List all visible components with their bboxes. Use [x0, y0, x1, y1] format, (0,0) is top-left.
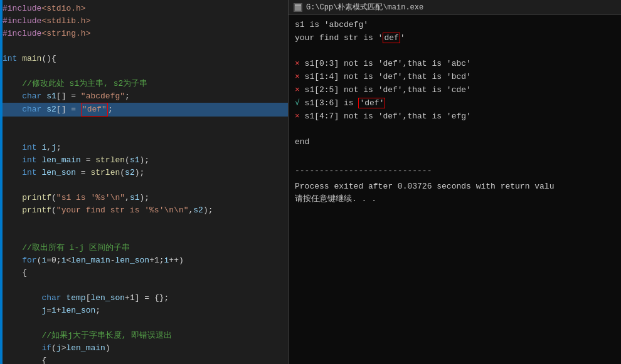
terminal-line	[295, 123, 615, 136]
terminal-body: s1 is 'abcdefg' your find str is 'def' ×…	[289, 15, 621, 364]
code-text: int	[22, 142, 41, 154]
code-text: strlen	[95, 154, 125, 167]
code-text: (){	[41, 53, 56, 65]
code-line: //取出所有 i-j 区间的子串	[0, 242, 288, 254]
window-icon	[295, 4, 301, 11]
code-text: len_son	[41, 167, 76, 179]
terminal-panel: G:\Cpp\朴素模式匹配\main.exe s1 is 'abcdefg' y…	[289, 0, 621, 364]
find-str-highlight: def	[383, 33, 400, 43]
terminal-line: Process exited after 0.03726 seconds wit…	[295, 180, 615, 194]
code-text: char	[22, 103, 46, 116]
terminal-line: your find str is 'def'	[295, 32, 615, 45]
terminal-line: end	[295, 136, 615, 149]
code-line	[0, 117, 288, 129]
code-line: {	[0, 355, 288, 365]
terminal-line: × s1[1:4] not is 'def',that is 'bcd'	[295, 71, 615, 84]
code-line: #include<stdlib.h>	[0, 15, 288, 28]
code-text: <stdlib.h>	[41, 15, 90, 28]
code-line	[0, 217, 288, 229]
code-text	[3, 154, 22, 167]
code-text	[3, 167, 22, 179]
terminal-title: G:\Cpp\朴素模式匹配\main.exe	[306, 2, 423, 13]
terminal-separator: ----------------------------	[295, 165, 615, 178]
code-line: #include<string.h>	[0, 28, 288, 40]
cross-icon: ×	[295, 85, 300, 95]
code-line	[0, 179, 288, 192]
code-line: char temp[len_son+1] = {};	[0, 292, 288, 304]
code-line: //如果j大于字串长度, 即错误退出	[0, 330, 288, 342]
terminal-line: × s1[2:5] not is 'def',that is 'cde'	[295, 84, 615, 97]
code-line: j=i+len_son;	[0, 304, 288, 317]
cross-icon: ×	[295, 72, 300, 81]
terminal-line: √ s1[3:6] is 'def'	[295, 97, 615, 110]
code-line: for(i=0;i<len_main-len_son+1;i++)	[0, 254, 288, 267]
left-accent-bar	[0, 0, 3, 364]
code-line-highlighted: char s2[] = "def";	[0, 103, 288, 117]
code-line: {	[0, 267, 288, 279]
code-text: //修改此处 s1为主串, s2为子串	[3, 78, 147, 90]
code-text: [] =	[56, 90, 81, 103]
code-text: strlen	[90, 167, 120, 179]
match-highlight: 'def'	[358, 98, 385, 108]
code-text: main	[22, 53, 41, 65]
code-line	[0, 129, 288, 142]
terminal-line: 请按任意键继续. . .	[295, 193, 615, 206]
code-text: s2	[46, 103, 56, 116]
terminal-line: × s1[4:7] not is 'def',that is 'efg'	[295, 110, 615, 123]
code-text: #include	[3, 3, 41, 15]
code-line: //修改此处 s1为主串, s2为子串	[0, 78, 288, 90]
code-line	[0, 65, 288, 78]
svg-rect-1	[295, 4, 301, 6]
code-text: ;	[108, 103, 113, 116]
code-editor: #include<stdio.h> #include<stdlib.h> #in…	[0, 0, 289, 364]
code-text: "abcdefg"	[81, 90, 125, 103]
code-text: int	[22, 154, 41, 167]
code-text: #include	[3, 15, 41, 28]
code-text: int	[22, 167, 41, 179]
code-line: int len_son = strlen(s2);	[0, 167, 288, 179]
code-content: #include<stdio.h> #include<stdlib.h> #in…	[0, 0, 288, 364]
cross-icon: ×	[295, 59, 300, 68]
tick-icon: √	[295, 98, 300, 108]
code-text	[3, 90, 22, 103]
cross-icon: ×	[295, 112, 300, 121]
code-line: char s1[] = "abcdefg";	[0, 90, 288, 103]
code-text: s1	[46, 90, 56, 103]
code-line: int i,j;	[0, 142, 288, 154]
code-text: <stdio.h>	[41, 3, 85, 15]
code-text	[3, 103, 22, 116]
code-line	[0, 229, 288, 242]
code-line: int main(){	[0, 53, 288, 65]
terminal-titlebar: G:\Cpp\朴素模式匹配\main.exe	[289, 0, 621, 15]
code-line	[0, 279, 288, 292]
code-line: #include<stdio.h>	[0, 3, 288, 15]
code-text: ;	[125, 90, 130, 103]
code-text	[3, 142, 22, 154]
code-text: [] =	[56, 103, 81, 116]
code-line: printf("s1 is '%s'\n",s1);	[0, 192, 288, 204]
terminal-line: s1 is 'abcdefg'	[295, 19, 615, 32]
terminal-line: × s1[0:3] not is 'def',that is 'abc'	[295, 58, 615, 71]
code-text: <string.h>	[41, 28, 90, 40]
terminal-icon	[294, 3, 302, 12]
terminal-line	[295, 45, 615, 58]
code-line: if(j>len_main)	[0, 342, 288, 355]
terminal-line	[295, 149, 615, 162]
code-text: i	[41, 142, 46, 154]
code-line: int len_main = strlen(s1);	[0, 154, 288, 167]
code-line: printf("your find str is '%s'\n\n",s2);	[0, 204, 288, 217]
code-text: len_main	[41, 154, 80, 167]
code-text: char	[22, 90, 46, 103]
code-line	[0, 40, 288, 53]
code-text: j	[51, 142, 56, 154]
code-text: int	[3, 53, 22, 65]
code-line	[0, 317, 288, 330]
s2-value-highlight: "def"	[81, 103, 108, 117]
code-text: #include	[3, 28, 41, 40]
